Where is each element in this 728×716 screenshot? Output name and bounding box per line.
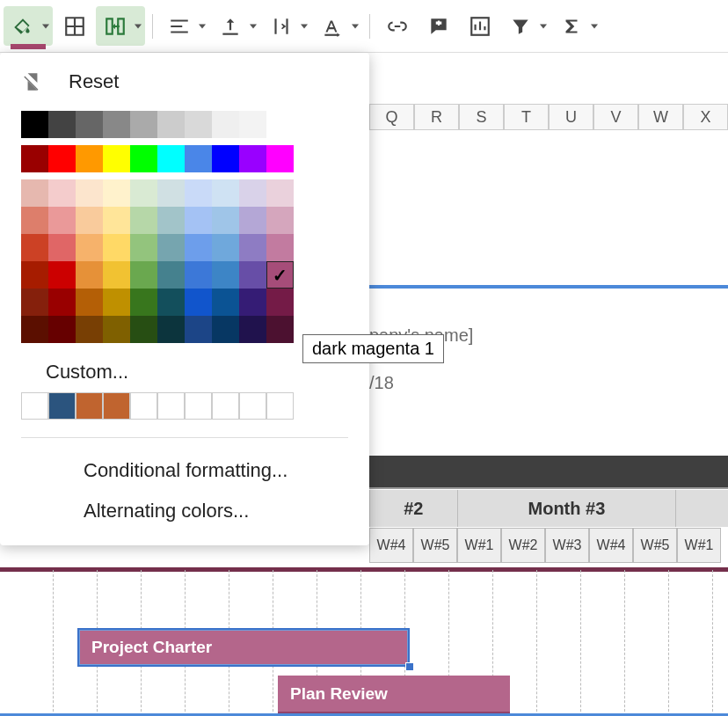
color-swatch[interactable] xyxy=(212,234,239,261)
color-swatch[interactable] xyxy=(48,145,76,172)
color-swatch[interactable] xyxy=(48,234,76,261)
conditional-formatting-item[interactable]: Conditional formatting... xyxy=(0,450,369,491)
color-swatch[interactable] xyxy=(266,179,294,207)
color-swatch[interactable] xyxy=(266,145,294,172)
column-header[interactable]: R xyxy=(414,104,459,130)
color-swatch[interactable] xyxy=(103,207,130,234)
color-swatch[interactable] xyxy=(130,234,157,261)
color-swatch[interactable] xyxy=(239,234,266,261)
color-swatch[interactable] xyxy=(130,316,157,343)
merge-cells-button[interactable] xyxy=(96,6,145,46)
color-swatch[interactable] xyxy=(157,207,185,234)
color-swatch[interactable] xyxy=(239,207,266,234)
color-swatch[interactable] xyxy=(21,111,48,138)
color-swatch[interactable] xyxy=(103,179,130,207)
color-swatch[interactable] xyxy=(130,179,157,207)
insert-chart-button[interactable] xyxy=(460,6,499,46)
column-header[interactable]: Q xyxy=(369,104,414,130)
color-swatch[interactable] xyxy=(212,111,239,138)
column-header[interactable]: U xyxy=(549,104,593,130)
color-swatch[interactable] xyxy=(76,234,103,261)
color-swatch[interactable] xyxy=(103,234,130,261)
text-wrap-button[interactable] xyxy=(262,6,311,46)
column-header[interactable]: T xyxy=(504,104,549,130)
color-swatch[interactable] xyxy=(157,111,185,138)
color-swatch[interactable] xyxy=(76,316,103,343)
color-swatch[interactable] xyxy=(239,145,266,172)
color-swatch[interactable] xyxy=(76,179,103,207)
color-swatch[interactable] xyxy=(76,207,103,234)
color-swatch[interactable] xyxy=(157,316,185,343)
color-swatch[interactable] xyxy=(266,289,294,316)
insert-comment-button[interactable] xyxy=(419,6,458,46)
color-swatch[interactable] xyxy=(48,111,76,138)
fill-color-button[interactable] xyxy=(4,6,53,46)
color-swatch[interactable] xyxy=(212,261,239,289)
custom-swatch[interactable] xyxy=(103,392,130,420)
color-swatch[interactable] xyxy=(21,289,48,316)
custom-swatch[interactable] xyxy=(21,392,48,420)
color-swatch[interactable] xyxy=(185,316,212,343)
color-swatch[interactable] xyxy=(239,111,266,138)
color-swatch[interactable] xyxy=(103,111,130,138)
color-swatch[interactable] xyxy=(266,234,294,261)
color-swatch[interactable] xyxy=(48,316,76,343)
alternating-colors-item[interactable]: Alternating colors... xyxy=(0,491,369,531)
color-swatch[interactable] xyxy=(185,145,212,172)
filter-button[interactable] xyxy=(501,6,550,46)
custom-swatch[interactable] xyxy=(185,392,212,420)
color-swatch[interactable] xyxy=(76,145,103,172)
column-header[interactable]: V xyxy=(593,104,638,130)
color-swatch[interactable] xyxy=(21,207,48,234)
color-swatch[interactable] xyxy=(103,289,130,316)
color-swatch[interactable] xyxy=(130,111,157,138)
color-swatch[interactable] xyxy=(212,289,239,316)
color-swatch[interactable] xyxy=(185,289,212,316)
color-swatch[interactable] xyxy=(21,179,48,207)
color-swatch[interactable] xyxy=(266,261,294,289)
color-swatch[interactable] xyxy=(212,316,239,343)
color-swatch[interactable] xyxy=(185,111,212,138)
color-swatch[interactable] xyxy=(266,207,294,234)
color-swatch[interactable] xyxy=(157,179,185,207)
color-swatch[interactable] xyxy=(21,145,48,172)
color-swatch[interactable] xyxy=(103,316,130,343)
color-swatch[interactable] xyxy=(212,207,239,234)
color-swatch[interactable] xyxy=(157,145,185,172)
color-swatch[interactable] xyxy=(130,261,157,289)
color-swatch[interactable] xyxy=(239,316,266,343)
color-swatch[interactable] xyxy=(212,179,239,207)
gantt-bar[interactable]: Project Charter xyxy=(77,628,410,667)
custom-swatch[interactable] xyxy=(48,392,76,420)
column-header[interactable]: X xyxy=(683,104,728,130)
borders-button[interactable] xyxy=(55,6,94,46)
custom-swatch[interactable] xyxy=(130,392,157,420)
custom-swatch[interactable] xyxy=(212,392,239,420)
color-swatch[interactable] xyxy=(212,145,239,172)
color-swatch[interactable] xyxy=(48,179,76,207)
custom-swatch[interactable] xyxy=(266,392,294,420)
column-header[interactable]: W xyxy=(638,104,683,130)
color-swatch[interactable] xyxy=(48,261,76,289)
gantt-bar[interactable]: Plan Review xyxy=(278,676,510,714)
color-swatch[interactable] xyxy=(130,145,157,172)
color-swatch[interactable] xyxy=(48,289,76,316)
color-swatch[interactable] xyxy=(76,261,103,289)
text-rotation-button[interactable] xyxy=(313,6,362,46)
reset-color-item[interactable]: Reset xyxy=(0,62,369,102)
color-swatch[interactable] xyxy=(185,179,212,207)
column-header[interactable]: S xyxy=(459,104,504,130)
custom-swatch[interactable] xyxy=(239,392,266,420)
color-swatch[interactable] xyxy=(239,261,266,289)
color-swatch[interactable] xyxy=(21,234,48,261)
color-swatch[interactable] xyxy=(239,289,266,316)
color-swatch[interactable] xyxy=(157,289,185,316)
color-swatch[interactable] xyxy=(157,234,185,261)
custom-swatch[interactable] xyxy=(157,392,185,420)
color-swatch[interactable] xyxy=(266,111,294,138)
color-swatch[interactable] xyxy=(157,261,185,289)
color-swatch[interactable] xyxy=(185,261,212,289)
color-swatch[interactable] xyxy=(185,234,212,261)
color-swatch[interactable] xyxy=(266,316,294,343)
color-swatch[interactable] xyxy=(21,261,48,289)
